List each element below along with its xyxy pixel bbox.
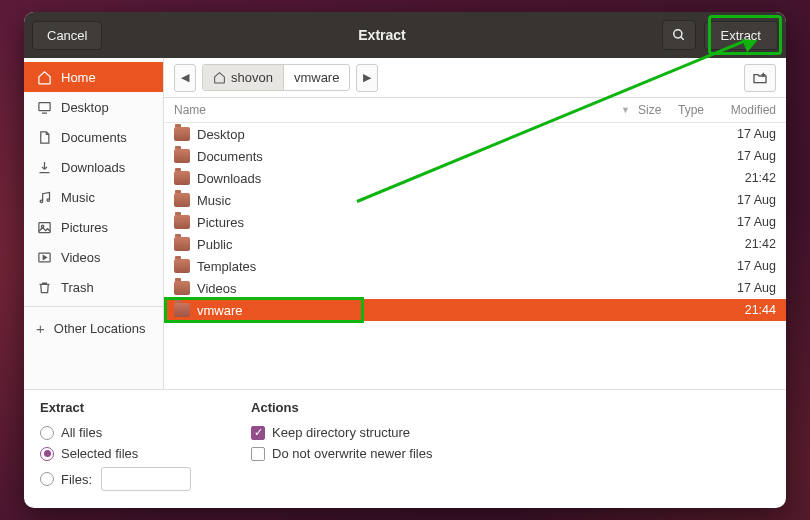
file-name: Desktop bbox=[197, 127, 718, 142]
svg-rect-2 bbox=[38, 102, 49, 110]
file-row[interactable]: Public21:42 bbox=[164, 233, 786, 255]
file-row[interactable]: Pictures17 Aug bbox=[164, 211, 786, 233]
trash-icon bbox=[36, 279, 52, 295]
svg-line-1 bbox=[680, 37, 683, 40]
dialog-title: Extract bbox=[110, 27, 653, 43]
file-modified: 17 Aug bbox=[718, 281, 776, 295]
checkbox-icon: ✓ bbox=[251, 426, 265, 440]
breadcrumb-folder[interactable]: vmware bbox=[284, 65, 350, 90]
folder-icon bbox=[174, 149, 190, 163]
chevron-right-icon: ▶ bbox=[363, 71, 371, 84]
file-modified: 17 Aug bbox=[718, 259, 776, 273]
files-pattern-input[interactable] bbox=[101, 467, 191, 491]
svg-point-4 bbox=[40, 200, 43, 203]
places-sidebar: Home Desktop Documents Downloads Music P… bbox=[24, 58, 164, 389]
file-row-selected[interactable]: vmware21:44 bbox=[164, 299, 786, 321]
file-modified: 17 Aug bbox=[718, 215, 776, 229]
cancel-button[interactable]: Cancel bbox=[32, 21, 102, 50]
sidebar-separator bbox=[24, 306, 163, 307]
radio-selected-files[interactable]: Selected files bbox=[40, 443, 191, 464]
sidebar-item-label: Home bbox=[61, 70, 96, 85]
breadcrumb-home[interactable]: shovon bbox=[203, 65, 284, 90]
file-name: Music bbox=[197, 193, 718, 208]
file-modified: 17 Aug bbox=[718, 127, 776, 141]
extract-heading: Extract bbox=[40, 400, 191, 415]
sidebar-item-label: Pictures bbox=[61, 220, 108, 235]
pictures-icon bbox=[36, 219, 52, 235]
file-row[interactable]: Documents17 Aug bbox=[164, 145, 786, 167]
breadcrumb: shovon vmware bbox=[202, 64, 350, 91]
sidebar-item-home[interactable]: Home bbox=[24, 62, 163, 92]
sidebar-item-label: Trash bbox=[61, 280, 94, 295]
home-icon bbox=[213, 71, 226, 84]
file-name: Videos bbox=[197, 281, 718, 296]
file-row[interactable]: Music17 Aug bbox=[164, 189, 786, 211]
path-forward-button[interactable]: ▶ bbox=[356, 64, 378, 92]
svg-point-5 bbox=[47, 198, 50, 201]
sidebar-item-videos[interactable]: Videos bbox=[24, 242, 163, 272]
path-back-button[interactable]: ◀ bbox=[174, 64, 196, 92]
column-type[interactable]: Type bbox=[678, 103, 718, 117]
file-modified: 21:42 bbox=[718, 171, 776, 185]
chevron-left-icon: ◀ bbox=[181, 71, 189, 84]
column-size[interactable]: Size bbox=[638, 103, 678, 117]
sidebar-item-label: Other Locations bbox=[54, 321, 146, 336]
sidebar-item-label: Desktop bbox=[61, 100, 109, 115]
sidebar-other-locations[interactable]: + Other Locations bbox=[24, 311, 163, 346]
sidebar-item-music[interactable]: Music bbox=[24, 182, 163, 212]
videos-icon bbox=[36, 249, 52, 265]
sidebar-item-label: Music bbox=[61, 190, 95, 205]
sort-indicator-icon: ▼ bbox=[621, 105, 630, 115]
breadcrumb-label: vmware bbox=[294, 70, 340, 85]
home-icon bbox=[36, 69, 52, 85]
documents-icon bbox=[36, 129, 52, 145]
radio-all-files[interactable]: All files bbox=[40, 422, 191, 443]
file-modified: 21:44 bbox=[718, 303, 776, 317]
sidebar-item-downloads[interactable]: Downloads bbox=[24, 152, 163, 182]
checkbox-icon bbox=[251, 447, 265, 461]
file-row[interactable]: Desktop17 Aug bbox=[164, 123, 786, 145]
file-row[interactable]: Videos17 Aug bbox=[164, 277, 786, 299]
new-folder-button[interactable] bbox=[744, 64, 776, 92]
radio-files-pattern[interactable]: Files: bbox=[40, 464, 191, 494]
file-row[interactable]: Downloads21:42 bbox=[164, 167, 786, 189]
svg-point-0 bbox=[673, 30, 681, 38]
file-name: Downloads bbox=[197, 171, 718, 186]
folder-icon bbox=[174, 193, 190, 207]
sidebar-item-trash[interactable]: Trash bbox=[24, 272, 163, 302]
file-modified: 17 Aug bbox=[718, 149, 776, 163]
file-modified: 21:42 bbox=[718, 237, 776, 251]
extract-dialog: Cancel Extract Extract Home Desktop Docu… bbox=[24, 12, 786, 508]
search-icon bbox=[672, 28, 686, 42]
radio-icon bbox=[40, 426, 54, 440]
actions-options: Actions ✓Keep directory structure Do not… bbox=[251, 400, 432, 494]
music-icon bbox=[36, 189, 52, 205]
downloads-icon bbox=[36, 159, 52, 175]
sidebar-item-pictures[interactable]: Pictures bbox=[24, 212, 163, 242]
extract-button[interactable]: Extract bbox=[704, 21, 778, 50]
path-bar: ◀ shovon vmware ▶ bbox=[164, 58, 786, 98]
checkbox-keep-directory[interactable]: ✓Keep directory structure bbox=[251, 422, 432, 443]
checkbox-no-overwrite[interactable]: Do not overwrite newer files bbox=[251, 443, 432, 464]
file-name: Documents bbox=[197, 149, 718, 164]
file-name: Pictures bbox=[197, 215, 718, 230]
sidebar-item-documents[interactable]: Documents bbox=[24, 122, 163, 152]
column-name[interactable]: Name▼ bbox=[174, 103, 638, 117]
titlebar: Cancel Extract Extract bbox=[24, 12, 786, 58]
dialog-body: Home Desktop Documents Downloads Music P… bbox=[24, 58, 786, 389]
folder-icon bbox=[174, 303, 190, 317]
options-panel: Extract All files Selected files Files: … bbox=[24, 389, 786, 508]
main-pane: ◀ shovon vmware ▶ Name▼ bbox=[164, 58, 786, 389]
folder-icon bbox=[174, 237, 190, 251]
radio-icon bbox=[40, 447, 54, 461]
column-modified[interactable]: Modified bbox=[718, 103, 776, 117]
file-row[interactable]: Templates17 Aug bbox=[164, 255, 786, 277]
extract-options: Extract All files Selected files Files: bbox=[40, 400, 191, 494]
file-list: Desktop17 Aug Documents17 Aug Downloads2… bbox=[164, 123, 786, 389]
sidebar-item-label: Videos bbox=[61, 250, 101, 265]
folder-icon bbox=[174, 259, 190, 273]
sidebar-item-label: Downloads bbox=[61, 160, 125, 175]
search-button[interactable] bbox=[662, 20, 696, 50]
sidebar-item-desktop[interactable]: Desktop bbox=[24, 92, 163, 122]
folder-icon bbox=[174, 171, 190, 185]
